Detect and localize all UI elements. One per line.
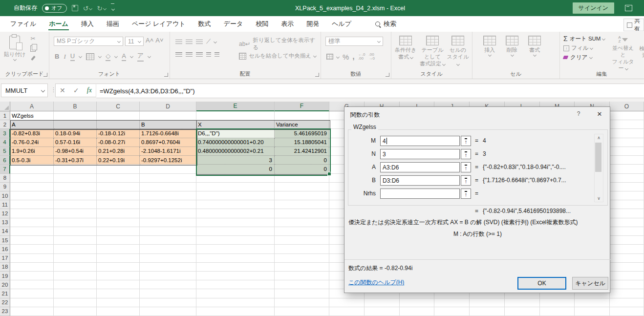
cell-F7[interactable]: 0	[275, 165, 329, 173]
cell-F1[interactable]	[275, 111, 329, 120]
cell-B9[interactable]	[54, 183, 97, 191]
cell-N22[interactable]	[575, 298, 610, 307]
cell-C19[interactable]	[97, 272, 140, 280]
cell-O19[interactable]	[610, 272, 644, 280]
cell-D4[interactable]: 0.8697+0.7604i	[140, 138, 196, 147]
column-header-C[interactable]: C	[97, 102, 140, 111]
row-header-23[interactable]: 23	[0, 307, 10, 316]
autosum-button[interactable]: Σオート SUM	[563, 35, 605, 42]
cell-L23[interactable]	[505, 307, 540, 316]
cell-A12[interactable]	[10, 209, 54, 218]
cell-C16[interactable]	[97, 245, 140, 253]
cell-O20[interactable]	[610, 280, 644, 289]
cell-O3[interactable]	[610, 129, 644, 138]
cell-F16[interactable]	[275, 245, 329, 253]
format-as-table-button[interactable]: テーブルとして 書式設定	[419, 36, 446, 67]
increase-indent-icon[interactable]	[215, 52, 219, 57]
cell-E17[interactable]	[196, 254, 275, 263]
font-dialog-launcher[interactable]	[164, 73, 168, 77]
row-header-5[interactable]: 5	[0, 147, 10, 156]
cell-B15[interactable]	[54, 236, 97, 245]
cell-D6[interactable]: -0.9297+0.1252i	[140, 156, 196, 165]
collapse-dialog-button-nrhs[interactable]: ↑	[461, 189, 471, 199]
alignment-dialog-launcher[interactable]	[315, 73, 319, 77]
number-format-select[interactable]: 標準	[325, 37, 383, 46]
scroll-down-icon[interactable]: ∨	[595, 195, 603, 202]
shrink-font-icon[interactable]: A˅	[155, 37, 163, 46]
wrap-text-button[interactable]: ab↵ 折り返して全体を表示する	[239, 37, 321, 51]
cell-E23[interactable]	[196, 307, 275, 316]
cell-B22[interactable]	[54, 298, 97, 307]
cell-O21[interactable]	[610, 289, 644, 298]
cell-O4[interactable]	[610, 138, 644, 147]
insert-function-icon[interactable]: fx	[87, 86, 92, 94]
row-header-8[interactable]: 8	[0, 174, 10, 183]
cell-G22[interactable]	[329, 298, 365, 307]
cell-O22[interactable]	[610, 298, 644, 307]
cell-E13[interactable]	[196, 218, 275, 227]
cell-E2[interactable]: X	[196, 120, 275, 129]
row-header-3[interactable]: 3	[0, 129, 10, 138]
cell-A16[interactable]	[10, 245, 54, 253]
cell-A15[interactable]	[10, 236, 54, 245]
tab-page-layout[interactable]: ページ レイアウト	[126, 16, 192, 32]
row-header-12[interactable]: 12	[0, 209, 10, 218]
cell-E7[interactable]: 0	[196, 165, 275, 173]
cell-F4[interactable]: 15.18805041	[275, 138, 329, 147]
cell-O2[interactable]	[610, 120, 644, 129]
cell-D2[interactable]: B	[140, 120, 196, 129]
collapse-dialog-button-a[interactable]: ↑	[461, 162, 471, 172]
insert-cells-button[interactable]: 挿入	[480, 36, 499, 56]
cell-D1[interactable]	[140, 111, 196, 120]
scrollbar-thumb[interactable]	[595, 143, 601, 172]
cell-O12[interactable]	[610, 209, 644, 218]
cell-E15[interactable]	[196, 236, 275, 245]
cell-C4[interactable]: -0.08-0.27i	[97, 138, 140, 147]
row-header-1[interactable]: 1	[0, 111, 10, 120]
cell-D7[interactable]	[140, 165, 196, 173]
cell-D23[interactable]	[140, 307, 196, 316]
cell-D22[interactable]	[140, 298, 196, 307]
autosave-toggle[interactable]: オフ	[42, 4, 67, 13]
row-header-15[interactable]: 15	[0, 236, 10, 245]
cell-O14[interactable]	[610, 227, 644, 236]
row-header-20[interactable]: 20	[0, 280, 10, 289]
cell-F12[interactable]	[275, 209, 329, 218]
cell-B21[interactable]	[54, 289, 97, 298]
undo-icon[interactable]: ↺	[83, 5, 92, 12]
row-header-7[interactable]: 7	[0, 165, 10, 173]
cell-F13[interactable]	[275, 218, 329, 227]
cell-B7[interactable]	[54, 165, 97, 173]
cell-B4[interactable]: 0.57-0.16i	[54, 138, 97, 147]
cell-B1[interactable]	[54, 111, 97, 120]
cell-C17[interactable]	[97, 254, 140, 263]
row-header-16[interactable]: 16	[0, 245, 10, 253]
font-name-select[interactable]: MS Pゴシック	[54, 37, 123, 46]
number-dialog-launcher[interactable]	[386, 73, 389, 77]
scroll-up-icon[interactable]: ∧	[595, 134, 603, 141]
currency-format-icon[interactable]	[326, 54, 333, 60]
cell-O1[interactable]	[610, 111, 644, 120]
cell-D12[interactable]	[140, 209, 196, 218]
cell-C2[interactable]	[97, 120, 140, 129]
cell-C11[interactable]	[97, 200, 140, 209]
qat-customize-icon[interactable]	[111, 3, 114, 13]
arg-input-n[interactable]: 3	[380, 149, 460, 159]
cell-A19[interactable]	[10, 272, 54, 280]
cell-C1[interactable]	[97, 111, 140, 120]
cell-A14[interactable]	[10, 227, 54, 236]
arg-input-b[interactable]: D3:D6	[380, 175, 460, 186]
tab-help[interactable]: ヘルプ	[325, 16, 358, 32]
format-cells-button[interactable]: 書式	[525, 36, 544, 56]
cell-A23[interactable]	[10, 307, 54, 316]
cell-B8[interactable]	[54, 174, 97, 183]
cell-A3[interactable]: -0.82+0.83i	[10, 129, 54, 138]
cell-E9[interactable]	[196, 183, 275, 191]
align-top-icon[interactable]	[175, 40, 182, 44]
cell-F10[interactable]	[275, 191, 329, 200]
cell-D11[interactable]	[140, 200, 196, 209]
cell-L22[interactable]	[505, 298, 540, 307]
cell-O17[interactable]	[610, 254, 644, 263]
cell-D18[interactable]	[140, 263, 196, 272]
cell-F6[interactable]: 0	[275, 156, 329, 165]
